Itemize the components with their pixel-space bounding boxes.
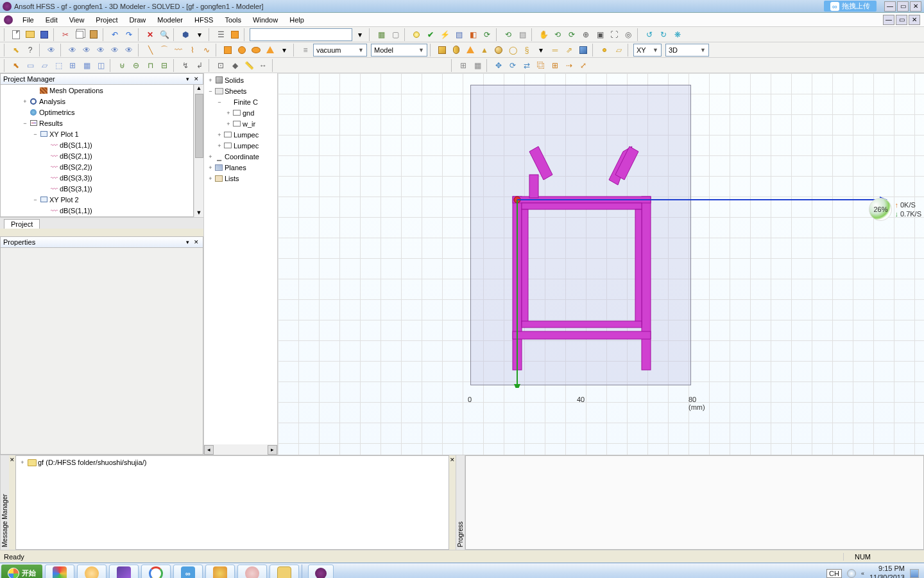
save-button[interactable] [38,28,51,41]
tray-lang[interactable]: CH [826,569,842,578]
sphere-button[interactable] [492,44,505,57]
bool-intersect-button[interactable]: ⊓ [144,59,157,72]
eye3-button[interactable]: 👁 [94,44,107,57]
spline-button[interactable]: 〰 [172,44,185,57]
snap-grid-button[interactable]: ⊡ [214,59,227,72]
menu-edit[interactable]: Edit [40,15,64,25]
command-input[interactable] [250,28,352,41]
project-tree-node[interactable]: 〰dB(S(1,1)) [1,205,193,216]
list-button[interactable]: ☰ [214,28,227,41]
menu-help[interactable]: Help [284,15,310,25]
tool-check[interactable]: ✔ [424,28,437,41]
progress-close-button[interactable]: ✕ [449,457,456,463]
project-tree-node[interactable]: +Analysis [1,96,193,107]
zoom-window-button[interactable]: ▣ [594,28,606,41]
eq-line-button[interactable]: ∿ [200,44,213,57]
model-tree-node[interactable]: +⎯Coordinate [204,151,277,162]
zoom-sel-button[interactable]: ◎ [622,28,635,41]
menu-modeler[interactable]: Modeler [151,15,189,25]
menu-tools[interactable]: Tools [219,15,247,25]
circle-button[interactable] [235,44,248,57]
ellipse-button[interactable] [250,44,262,57]
mdi-restore-button[interactable]: ▭ [896,15,907,25]
project-tree-node[interactable]: 〰dB(S(3,3)) [1,172,193,183]
hscroll-right-button[interactable]: ▸ [268,445,277,455]
tool-field[interactable]: ◧ [466,28,479,41]
tree-expander[interactable]: − [31,197,39,203]
copy-button[interactable] [73,28,86,41]
taskbar-app-6[interactable] [205,565,235,579]
zoom-button[interactable]: 🔍 [158,28,171,41]
along-line-button[interactable]: ⇢ [563,59,576,72]
menu-hfss[interactable]: HFSS [189,15,219,25]
tree-expander[interactable]: + [207,153,214,160]
tree-expander[interactable]: + [216,143,223,149]
eye4-button[interactable]: 👁 [108,44,121,57]
redo-button[interactable]: ↷ [123,28,135,41]
grid-snap-button[interactable]: ⊞ [457,59,470,72]
project-tree-node[interactable]: 〰dB(S(2,1)) [1,150,193,161]
tool-rotate[interactable]: ⟳ [481,28,493,41]
solid-dd-button[interactable]: ▾ [535,44,547,57]
model-tree-node[interactable]: +Lumpec [204,140,277,151]
props-pin-button[interactable]: ▾ [184,238,191,246]
message-body[interactable]: + gf (D:/HFSS folder/shuoshi/shujia/) [15,455,449,550]
taskbar-app-7[interactable] [237,565,267,579]
design-button[interactable]: ⬢ [179,28,192,41]
menu-draw[interactable]: Draw [124,15,152,25]
msg-expander[interactable]: + [19,459,26,466]
hscroll-left-button[interactable]: ◂ [204,445,214,455]
taskbar-app-8[interactable] [270,565,299,579]
scale-button[interactable]: ⤢ [577,59,590,72]
taskbar-app-5[interactable]: ∞ [173,565,203,579]
grid-toggle-button[interactable]: ▦ [471,59,484,72]
dropdown-button[interactable]: ▾ [193,28,206,41]
project-tree-node[interactable]: 〰dB(S(3,1)) [1,183,193,194]
eye5-button[interactable]: 👁 [123,44,135,57]
orbit2-button[interactable]: ⟳ [565,28,578,41]
material-icon-button[interactable]: ≡ [299,44,312,57]
measure2-button[interactable]: ↔ [257,59,270,72]
sweep-button[interactable]: ⇗ [563,44,576,57]
input-dropdown-button[interactable]: ▾ [354,28,366,41]
rectangle-button[interactable] [221,44,234,57]
orbit-button[interactable]: ⟲ [551,28,564,41]
measure-button[interactable]: 📏 [243,59,255,72]
render-button[interactable]: ▦ [375,28,388,41]
polyline-button[interactable]: ⌇ [186,44,199,57]
region-button[interactable] [577,44,590,57]
polyhedron-button[interactable] [464,44,477,57]
project-tree-node[interactable]: Mesh Operations [1,85,193,96]
bond-button[interactable]: ═ [549,44,561,57]
mdi-close-button[interactable]: ✕ [909,15,920,25]
start-button[interactable]: 开始 [1,565,42,579]
mdi-minimize-button[interactable]: — [883,15,894,25]
plane-axis-dropdown[interactable]: XY▼ [633,44,662,57]
ref1-button[interactable]: ↺ [643,28,656,41]
bool-subtract-button[interactable]: ⊖ [130,59,142,72]
menu-window[interactable]: Window [247,15,284,25]
msg-close-button[interactable]: ✕ [9,457,15,463]
arc-button[interactable]: ⌒ [158,44,171,57]
model-tree-node[interactable]: +w_ir [204,118,277,129]
visibility-button[interactable]: 👁 [45,44,58,57]
tree-expander[interactable]: − [31,131,39,137]
model-dropdown[interactable]: Model▼ [371,44,427,57]
new-button[interactable] [10,28,22,41]
sel-box-button[interactable]: ▭ [24,59,37,72]
tool-analyze[interactable]: ⚡ [438,28,451,41]
model-tree-node[interactable]: −Sheets [204,85,277,96]
close-button[interactable]: ✕ [910,1,921,12]
zoom-in-button[interactable]: ⊕ [579,28,592,41]
minimize-button[interactable]: — [884,1,896,12]
bool-split-button[interactable]: ⊟ [158,59,171,72]
torus-button[interactable]: ◯ [506,44,519,57]
taskbar-app-1[interactable] [45,565,74,579]
network-monitor[interactable]: 26% ↑ 0K/S ↓ 0.7K/S [869,198,921,221]
tool-results[interactable]: ▤ [452,28,465,41]
ref3-button[interactable]: ❋ [671,28,684,41]
tool-lamp[interactable] [410,28,423,41]
helix-button[interactable]: § [520,44,533,57]
tool-doc[interactable]: ▤ [516,28,529,41]
tray-clock[interactable]: 9:15 PM 11/30/2013 [869,565,905,578]
